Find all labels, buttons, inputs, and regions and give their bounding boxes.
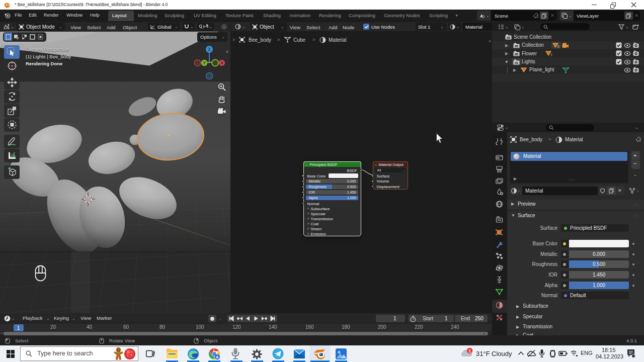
svg-text:A: A: [216, 355, 219, 359]
svg-text:Z: Z: [208, 47, 211, 52]
svg-text:1: 1: [468, 348, 471, 353]
svg-text:X: X: [220, 60, 223, 65]
svg-text:Y: Y: [203, 60, 206, 65]
